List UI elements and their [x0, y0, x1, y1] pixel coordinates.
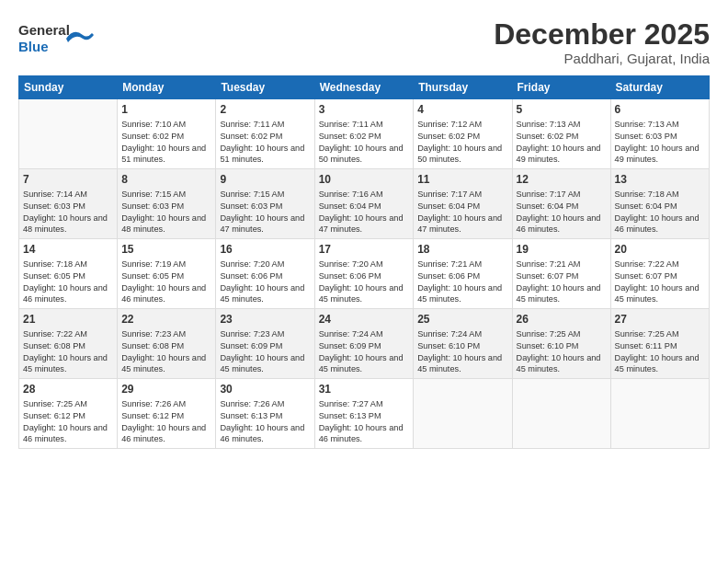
calendar-day — [512, 378, 610, 448]
day-info: Sunrise: 7:13 AM Sunset: 6:02 PM Dayligh… — [517, 119, 607, 166]
calendar-day: 13Sunrise: 7:18 AM Sunset: 6:04 PM Dayli… — [610, 169, 709, 239]
col-tuesday: Tuesday — [216, 76, 314, 99]
calendar-table: Sunday Monday Tuesday Wednesday Thursday… — [18, 75, 710, 449]
day-info: Sunrise: 7:22 AM Sunset: 6:07 PM Dayligh… — [615, 259, 705, 305]
calendar-day: 22Sunrise: 7:23 AM Sunset: 6:08 PM Dayli… — [118, 309, 216, 379]
day-info: Sunrise: 7:25 AM Sunset: 6:10 PM Dayligh… — [517, 328, 607, 375]
page: General Blue December 2025 Paddhari, Guj… — [0, 0, 728, 563]
day-number: 17 — [319, 242, 410, 257]
calendar-week-4: 21Sunrise: 7:22 AM Sunset: 6:08 PM Dayli… — [19, 309, 710, 379]
day-info: Sunrise: 7:24 AM Sunset: 6:09 PM Dayligh… — [319, 328, 410, 375]
calendar-day: 5Sunrise: 7:13 AM Sunset: 6:02 PM Daylig… — [512, 99, 610, 169]
day-number: 16 — [220, 242, 310, 257]
day-number: 1 — [121, 102, 211, 117]
day-info: Sunrise: 7:20 AM Sunset: 6:06 PM Dayligh… — [319, 259, 410, 305]
calendar-day: 2Sunrise: 7:11 AM Sunset: 6:02 PM Daylig… — [216, 99, 314, 169]
day-number: 23 — [220, 312, 310, 327]
calendar-day: 24Sunrise: 7:24 AM Sunset: 6:09 PM Dayli… — [314, 309, 414, 379]
col-thursday: Thursday — [414, 76, 512, 99]
day-number: 25 — [417, 312, 507, 327]
calendar-day — [414, 378, 512, 448]
logo: General Blue — [18, 18, 101, 63]
title-block: December 2025 Paddhari, Gujarat, India — [494, 18, 710, 66]
calendar-week-1: 1Sunrise: 7:10 AM Sunset: 6:02 PM Daylig… — [19, 99, 710, 169]
day-number: 12 — [517, 172, 607, 187]
day-info: Sunrise: 7:23 AM Sunset: 6:09 PM Dayligh… — [220, 328, 310, 375]
day-info: Sunrise: 7:20 AM Sunset: 6:06 PM Dayligh… — [220, 259, 310, 305]
calendar-day: 21Sunrise: 7:22 AM Sunset: 6:08 PM Dayli… — [19, 309, 118, 379]
day-number: 3 — [319, 102, 410, 117]
day-number: 8 — [121, 172, 211, 187]
calendar-day: 7Sunrise: 7:14 AM Sunset: 6:03 PM Daylig… — [19, 169, 118, 239]
day-number: 10 — [319, 172, 410, 187]
day-info: Sunrise: 7:15 AM Sunset: 6:03 PM Dayligh… — [121, 189, 211, 236]
calendar-day: 27Sunrise: 7:25 AM Sunset: 6:11 PM Dayli… — [610, 309, 709, 379]
day-info: Sunrise: 7:17 AM Sunset: 6:04 PM Dayligh… — [517, 189, 607, 236]
day-info: Sunrise: 7:26 AM Sunset: 6:13 PM Dayligh… — [220, 398, 310, 445]
day-number: 15 — [121, 242, 211, 257]
day-info: Sunrise: 7:12 AM Sunset: 6:02 PM Dayligh… — [417, 119, 507, 166]
calendar-day: 31Sunrise: 7:27 AM Sunset: 6:13 PM Dayli… — [314, 378, 414, 448]
calendar-week-3: 14Sunrise: 7:18 AM Sunset: 6:05 PM Dayli… — [19, 239, 710, 309]
day-info: Sunrise: 7:15 AM Sunset: 6:03 PM Dayligh… — [220, 189, 310, 236]
calendar-day: 20Sunrise: 7:22 AM Sunset: 6:07 PM Dayli… — [610, 239, 709, 309]
calendar-day: 29Sunrise: 7:26 AM Sunset: 6:12 PM Dayli… — [118, 378, 216, 448]
day-info: Sunrise: 7:23 AM Sunset: 6:08 PM Dayligh… — [121, 328, 211, 375]
col-wednesday: Wednesday — [314, 76, 414, 99]
header: General Blue December 2025 Paddhari, Guj… — [18, 18, 710, 66]
logo-wordmark: General Blue — [18, 18, 101, 63]
col-saturday: Saturday — [610, 76, 709, 99]
calendar-day: 1Sunrise: 7:10 AM Sunset: 6:02 PM Daylig… — [118, 99, 216, 169]
calendar-day — [610, 378, 709, 448]
day-number: 6 — [615, 102, 705, 117]
day-number: 27 — [615, 312, 705, 327]
svg-text:Blue: Blue — [18, 39, 49, 54]
day-info: Sunrise: 7:24 AM Sunset: 6:10 PM Dayligh… — [417, 328, 507, 375]
calendar-day: 4Sunrise: 7:12 AM Sunset: 6:02 PM Daylig… — [414, 99, 512, 169]
day-number: 29 — [121, 382, 211, 396]
day-info: Sunrise: 7:13 AM Sunset: 6:03 PM Dayligh… — [615, 119, 705, 166]
month-title: December 2025 — [494, 18, 710, 51]
day-info: Sunrise: 7:19 AM Sunset: 6:05 PM Dayligh… — [121, 259, 211, 305]
day-number: 22 — [121, 312, 211, 327]
col-monday: Monday — [118, 76, 216, 99]
day-info: Sunrise: 7:11 AM Sunset: 6:02 PM Dayligh… — [319, 119, 410, 166]
col-friday: Friday — [512, 76, 610, 99]
day-info: Sunrise: 7:26 AM Sunset: 6:12 PM Dayligh… — [121, 398, 211, 445]
day-number: 5 — [517, 102, 607, 117]
calendar-day: 3Sunrise: 7:11 AM Sunset: 6:02 PM Daylig… — [314, 99, 414, 169]
calendar-day: 12Sunrise: 7:17 AM Sunset: 6:04 PM Dayli… — [512, 169, 610, 239]
calendar-day: 11Sunrise: 7:17 AM Sunset: 6:04 PM Dayli… — [414, 169, 512, 239]
calendar-day — [19, 99, 118, 169]
day-info: Sunrise: 7:10 AM Sunset: 6:02 PM Dayligh… — [121, 119, 211, 166]
day-number: 14 — [23, 242, 113, 257]
calendar-day: 28Sunrise: 7:25 AM Sunset: 6:12 PM Dayli… — [19, 378, 118, 448]
day-number: 11 — [417, 172, 507, 187]
day-info: Sunrise: 7:21 AM Sunset: 6:06 PM Dayligh… — [417, 259, 507, 305]
calendar-day: 19Sunrise: 7:21 AM Sunset: 6:07 PM Dayli… — [512, 239, 610, 309]
calendar-week-2: 7Sunrise: 7:14 AM Sunset: 6:03 PM Daylig… — [19, 169, 710, 239]
day-number: 18 — [417, 242, 507, 257]
day-number: 9 — [220, 172, 310, 187]
calendar-day: 6Sunrise: 7:13 AM Sunset: 6:03 PM Daylig… — [610, 99, 709, 169]
day-number: 7 — [23, 172, 113, 187]
day-info: Sunrise: 7:18 AM Sunset: 6:04 PM Dayligh… — [615, 189, 705, 236]
day-number: 21 — [23, 312, 113, 327]
calendar-day: 25Sunrise: 7:24 AM Sunset: 6:10 PM Dayli… — [414, 309, 512, 379]
calendar-day: 18Sunrise: 7:21 AM Sunset: 6:06 PM Dayli… — [414, 239, 512, 309]
day-number: 31 — [319, 382, 410, 396]
day-info: Sunrise: 7:25 AM Sunset: 6:12 PM Dayligh… — [23, 398, 113, 445]
day-number: 2 — [220, 102, 310, 117]
logo-svg: General Blue — [18, 18, 101, 60]
day-number: 13 — [615, 172, 705, 187]
day-number: 20 — [615, 242, 705, 257]
location: Paddhari, Gujarat, India — [494, 51, 710, 66]
calendar-day: 9Sunrise: 7:15 AM Sunset: 6:03 PM Daylig… — [216, 169, 314, 239]
day-number: 24 — [319, 312, 410, 327]
day-info: Sunrise: 7:22 AM Sunset: 6:08 PM Dayligh… — [23, 328, 113, 375]
day-number: 30 — [220, 382, 310, 396]
day-info: Sunrise: 7:14 AM Sunset: 6:03 PM Dayligh… — [23, 189, 113, 236]
calendar-day: 8Sunrise: 7:15 AM Sunset: 6:03 PM Daylig… — [118, 169, 216, 239]
day-info: Sunrise: 7:11 AM Sunset: 6:02 PM Dayligh… — [220, 119, 310, 166]
day-number: 28 — [23, 382, 113, 396]
